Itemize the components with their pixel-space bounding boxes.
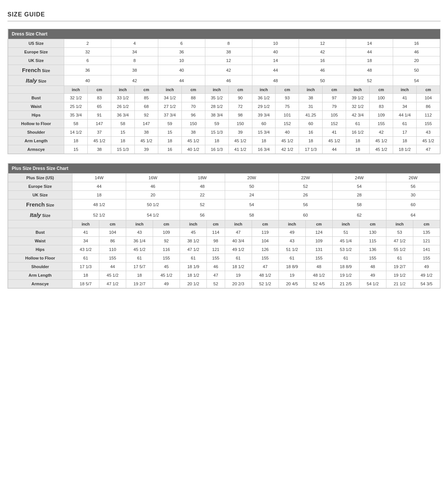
data-row: Waist348636 1/49238 1/29840 3/4104431094…: [8, 237, 440, 245]
data-cell: 18: [252, 137, 276, 145]
subheader-cell: inch: [180, 220, 207, 228]
label-value: 2: [64, 39, 111, 48]
subheader-cell: cm: [207, 220, 225, 228]
data-cell: 45: [180, 228, 207, 237]
data-cell: 61: [332, 254, 359, 263]
data-cell: 104: [99, 228, 126, 237]
data-row: Armscye153815 1/3391640 1/216 1/341 1/21…: [8, 145, 440, 154]
data-cell: 32 1/2: [64, 94, 88, 102]
label-value: 48 1/2: [72, 199, 126, 210]
data-row-label: Bust: [8, 228, 72, 237]
data-cell: 92: [153, 237, 180, 245]
data-row-label: Hollow to Floor: [8, 119, 64, 128]
data-row-label: Hips: [8, 111, 64, 119]
data-cell: 18 8/9: [279, 263, 305, 271]
data-row-label: Hollow to Floor: [8, 254, 72, 263]
data-cell: 41.25: [299, 111, 323, 119]
data-cell: 45 1/2: [99, 271, 126, 280]
data-cell: 20 1/2: [180, 280, 207, 288]
data-cell: 49: [413, 263, 440, 271]
data-cell: 33 1/2: [111, 94, 135, 102]
label-value: 36: [158, 48, 205, 56]
data-cell: 100: [370, 94, 393, 102]
data-cell: 17 1/3: [299, 145, 323, 154]
label-value: 60: [279, 210, 332, 220]
data-cell: 47: [417, 145, 440, 154]
data-cell: 68: [134, 102, 158, 111]
data-cell: 18 5/7: [72, 280, 99, 288]
label-value: 56: [386, 182, 440, 191]
label-value: 54: [393, 75, 440, 86]
data-row-label: Hips: [8, 245, 72, 254]
data-cell: 152: [323, 119, 346, 128]
data-cell: 15 3/4: [252, 128, 276, 137]
label-value: 44: [346, 48, 393, 56]
data-cell: 45: [153, 263, 180, 271]
data-cell: 45 1/2: [323, 137, 346, 145]
data-cell: 16: [299, 128, 323, 137]
data-row-label: Waist: [8, 237, 72, 245]
data-cell: 16 1/2: [346, 128, 370, 137]
label-value: 50: [393, 65, 440, 75]
data-cell: 35 3/4: [64, 111, 88, 119]
data-row: Hollow to Floor5814758147591505915060152…: [8, 119, 440, 128]
subheader-cell: inch: [279, 220, 305, 228]
subheader-row: inchcminchcminchcminchcminchcminchcminch…: [8, 220, 440, 228]
label-value: 14W: [72, 174, 126, 182]
data-cell: 34: [72, 237, 99, 245]
data-cell: 58: [64, 119, 88, 128]
data-row: Bust32 1/28333 1/28534 1/28835 1/29036 1…: [8, 94, 440, 102]
data-cell: 39 1/2: [346, 94, 370, 102]
label-row: French Size48 1/250 1/25254565860: [8, 199, 440, 210]
data-cell: 42: [370, 128, 393, 137]
label-row: French Size3638404244464850: [8, 65, 440, 75]
plus-size-chart-wrapper: Plus Size Dress Size ChartPlus Size (US)…: [7, 163, 441, 289]
data-cell: 29 1/2: [252, 102, 276, 111]
row-label: French Size: [8, 65, 64, 75]
data-cell: 18 8/9: [332, 263, 359, 271]
label-value: 40: [64, 75, 111, 86]
data-cell: 18 1/2: [180, 271, 207, 280]
data-cell: 18 1/2: [393, 145, 417, 154]
data-cell: 39: [134, 145, 158, 154]
data-cell: 109: [370, 111, 393, 119]
data-row: Shoulder14 1/2371538153815 1/33915 3/440…: [8, 128, 440, 137]
data-cell: 38: [88, 145, 111, 154]
data-cell: 155: [305, 254, 332, 263]
data-cell: 34 1/2: [158, 94, 181, 102]
label-value: 40: [158, 65, 205, 75]
data-cell: 18 1/2: [225, 263, 252, 271]
data-cell: 40 1/2: [181, 145, 205, 154]
data-cell: 26 1/2: [111, 102, 135, 111]
data-cell: 40: [276, 128, 299, 137]
data-cell: 45 1/2: [417, 137, 440, 145]
label-value: 58: [332, 199, 386, 210]
label-row: UK Size18202224262830: [8, 191, 440, 199]
data-cell: 131: [305, 245, 332, 254]
data-cell: 141: [413, 245, 440, 254]
data-cell: 45 1/2: [370, 145, 393, 154]
data-row-label: Armscye: [8, 280, 72, 288]
row-label: Europe Size: [8, 48, 64, 56]
data-cell: 37 3/4: [158, 111, 181, 119]
data-row-label: Bust: [8, 94, 64, 102]
label-row: US Size246810121416: [8, 39, 440, 48]
data-cell: 53 1/2: [332, 245, 359, 254]
data-cell: 48: [359, 263, 386, 271]
subheader-cell: inch: [72, 220, 99, 228]
data-cell: 70: [181, 102, 205, 111]
data-cell: 90: [228, 94, 252, 102]
data-cell: 49 1/2: [225, 245, 252, 254]
data-cell: 93: [276, 94, 299, 102]
data-cell: 60: [252, 119, 276, 128]
data-cell: 17: [393, 128, 417, 137]
data-row: Hips43 1/211045 1/211647 1/212149 1/2126…: [8, 245, 440, 254]
data-cell: 20 4/5: [279, 280, 305, 288]
label-value: 16: [393, 39, 440, 48]
data-cell: 21 1/2: [386, 280, 413, 288]
data-cell: 49: [279, 228, 305, 237]
row-label: French Size: [8, 199, 72, 210]
data-cell: 16 3/4: [252, 145, 276, 154]
data-cell: 98: [207, 237, 225, 245]
label-value: 18: [346, 56, 393, 65]
